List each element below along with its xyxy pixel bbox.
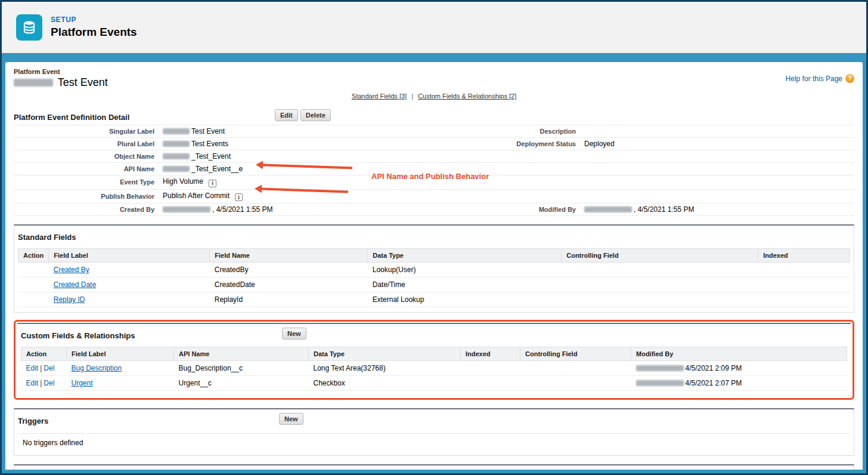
redacted-name	[163, 128, 190, 134]
field-link[interactable]: Bug Description	[72, 364, 122, 372]
column-header: Action	[21, 347, 67, 361]
controlling-field-cell	[562, 277, 758, 292]
edit-link[interactable]: Edit	[26, 364, 39, 372]
column-header: Indexed	[758, 249, 850, 263]
subscriptions-section: Subscriptions Subscriber Last Processed …	[14, 464, 854, 470]
field-name-cell: CreatedBy	[210, 263, 368, 277]
table-header-row: Action Field Label API Name Data Type In…	[21, 347, 847, 361]
delete-button[interactable]: Delete	[300, 109, 331, 121]
column-header: Controlling Field	[520, 347, 631, 361]
modified-by-cell: 4/5/2021 2:07 PM	[631, 376, 847, 391]
edit-link[interactable]: Edit	[26, 379, 39, 387]
action-separator: |	[40, 364, 42, 372]
field-label-cell: Urgent	[67, 376, 174, 391]
definition-detail-grid: Singular Label Test Event Description Pl…	[14, 125, 854, 216]
header-titles: SETUP Platform Events	[51, 16, 137, 39]
data-type-cell: Lookup(User)	[368, 263, 562, 277]
field-value: , 4/5/2021 1:55 PM	[162, 203, 431, 216]
standard-fields-section: Standard Fields Action Field Label Field…	[14, 224, 854, 313]
field-label-cell: Created By	[49, 263, 210, 277]
triggers-empty-message: No triggers defined	[18, 433, 850, 451]
page-content: Platform Event Test Event Help for this …	[5, 62, 863, 470]
custom-fields-buttons: New	[282, 328, 306, 340]
field-link[interactable]: Created Date	[54, 280, 96, 289]
section-quick-links: Standard Fields [3] | Custom Fields & Re…	[14, 92, 854, 100]
database-icon	[21, 20, 37, 35]
modified-by-cell: 4/5/2021 2:09 PM	[631, 361, 847, 376]
column-header: Field Name	[210, 249, 368, 263]
custom-fields-header: Custom Fields & Relationships New	[21, 328, 847, 343]
quicklink-standard-fields[interactable]: Standard Fields [3]	[352, 92, 407, 100]
indexed-cell	[461, 361, 520, 376]
data-type-cell: Date/Time	[368, 277, 562, 292]
field-name-cell: ReplayId	[210, 292, 368, 307]
column-header: Modified By	[631, 347, 847, 361]
redacted-name	[163, 166, 190, 172]
annotation-text: API Name and Publish Behavior	[371, 172, 489, 181]
help-link[interactable]: Help for this Page	[786, 75, 842, 83]
column-header: API Name	[174, 347, 309, 361]
field-value	[583, 125, 854, 138]
field-link[interactable]: Urgent	[72, 379, 93, 387]
detail-row-publish-behavior: Publish Behavior Publish After Commit	[14, 189, 854, 203]
field-label: Plural Label	[14, 138, 162, 150]
standard-fields-header: Standard Fields	[18, 229, 850, 245]
indexed-cell	[758, 292, 850, 307]
entity-heading: Platform Event Test Event	[14, 68, 108, 89]
controlling-field-cell	[562, 292, 758, 307]
info-icon[interactable]	[209, 180, 216, 187]
entity-type-label: Platform Event	[14, 68, 108, 75]
custom-fields-title: Custom Fields & Relationships	[21, 331, 135, 340]
setup-header: SETUP Platform Events	[2, 2, 866, 53]
column-header: Indexed	[461, 347, 520, 361]
detail-row-object-name: Object Name _Test_Event	[14, 150, 854, 163]
page-canvas: Platform Event Test Event Help for this …	[2, 53, 866, 473]
indexed-cell	[461, 376, 520, 391]
quicklink-separator: |	[411, 92, 413, 100]
field-label-cell: Replay ID	[49, 292, 210, 307]
field-label: Event Type	[14, 175, 162, 190]
del-link[interactable]: Del	[44, 379, 54, 387]
triggers-header: Triggers New	[18, 413, 850, 428]
field-label: Description	[431, 125, 583, 138]
redacted-name	[584, 206, 632, 212]
field-label-cell: Bug Description	[67, 361, 174, 376]
indexed-cell	[758, 277, 850, 292]
setup-label: SETUP	[51, 16, 137, 24]
field-label	[431, 150, 583, 163]
standard-fields-table: Action Field Label Field Name Data Type …	[18, 248, 850, 307]
help-for-this-page[interactable]: Help for this Page	[786, 74, 854, 83]
custom-fields-table: Action Field Label API Name Data Type In…	[21, 347, 847, 391]
edit-button[interactable]: Edit	[275, 109, 298, 121]
indexed-cell	[758, 263, 850, 277]
table-header-row: Action Field Label Field Name Data Type …	[18, 249, 850, 263]
subscriptions-header: Subscriptions	[18, 469, 850, 470]
new-custom-field-button[interactable]: New	[282, 328, 306, 340]
help-question-icon[interactable]	[845, 74, 854, 83]
table-row: Edit|Del Urgent Urgent__c Checkbox 4/5/2…	[21, 376, 847, 391]
quicklink-custom-fields[interactable]: Custom Fields & Relationships [2]	[418, 92, 516, 100]
field-link[interactable]: Created By	[54, 266, 89, 274]
field-label-cell: Created Date	[49, 277, 210, 292]
triggers-section: Triggers New No triggers defined	[14, 408, 854, 456]
definition-detail-title: Platform Event Definition Detail	[14, 113, 129, 122]
api-name-cell: Urgent__c	[174, 376, 309, 391]
header-page-title: Platform Events	[51, 26, 137, 39]
new-trigger-button[interactable]: New	[279, 413, 303, 425]
entity-title: Test Event	[14, 76, 108, 89]
redacted-name	[636, 380, 684, 386]
field-label: Deployment Status	[431, 138, 583, 150]
field-link[interactable]: Replay ID	[54, 295, 85, 304]
field-label: Modified By	[431, 203, 583, 216]
info-icon[interactable]	[235, 193, 243, 201]
action-cell: Edit|Del	[21, 376, 67, 391]
column-header: Field Label	[67, 347, 174, 361]
definition-detail-section: Platform Event Definition Detail Edit De…	[14, 109, 854, 216]
detail-row-singular-label: Singular Label Test Event Description	[14, 125, 854, 138]
detail-row-plural-label: Plural Label Test Events Deployment Stat…	[14, 138, 854, 150]
triggers-title: Triggers	[18, 417, 48, 425]
page-head: Platform Event Test Event Help for this …	[14, 68, 854, 89]
del-link[interactable]: Del	[44, 364, 54, 372]
field-value: _Test_Event	[162, 150, 431, 163]
controlling-field-cell	[520, 361, 631, 376]
